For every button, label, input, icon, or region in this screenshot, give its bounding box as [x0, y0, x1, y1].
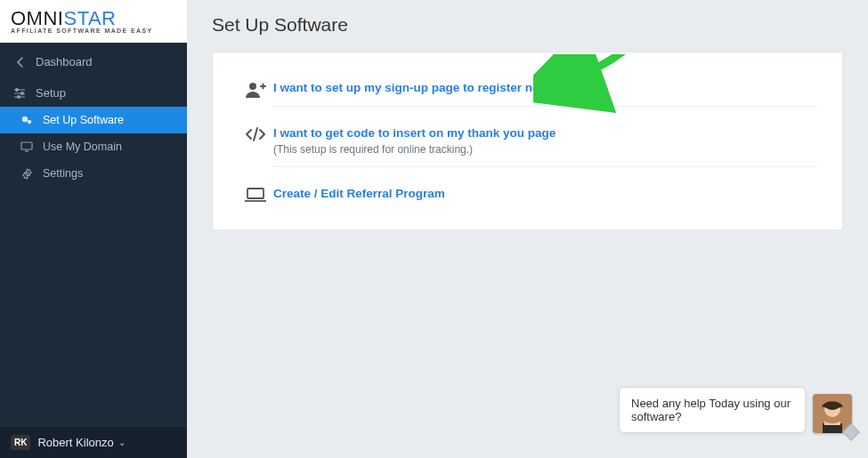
main-content: Set Up Software I want to s [187, 0, 868, 458]
nav-back-label: Dashboard [36, 55, 93, 68]
user-plus-icon [238, 79, 273, 99]
user-menu[interactable]: RK Robert Kilonzo ⌄ [0, 427, 187, 458]
brand-text-a: OMNI [11, 7, 63, 29]
gear-icon [20, 168, 34, 180]
brand-logo[interactable]: OMNISTAR AFFILIATE SOFTWARE MADE EASY [0, 0, 187, 43]
sidebar: OMNISTAR AFFILIATE SOFTWARE MADE EASY Da… [0, 0, 187, 458]
svg-point-1 [21, 92, 24, 94]
svg-point-0 [16, 88, 19, 91]
page-title: Set Up Software [187, 0, 868, 52]
svg-rect-8 [247, 189, 264, 198]
svg-point-7 [249, 83, 256, 90]
sliders-icon [12, 88, 27, 99]
nav-item-label: Use My Domain [43, 141, 122, 153]
chat-help-bubble[interactable]: Need any help Today using our software? [619, 387, 806, 433]
nav-setup[interactable]: Setup [0, 79, 187, 107]
nav-item-label: Set Up Software [43, 114, 124, 126]
monitor-icon [20, 141, 34, 152]
svg-point-2 [18, 95, 20, 98]
sidebar-nav: Dashboard Setup Set Up Software Use My D… [0, 44, 187, 187]
chevron-down-icon: ⌄ [118, 438, 126, 447]
nav-item-setup-software[interactable]: Set Up Software [0, 107, 187, 133]
chat-message: Need any help Today using our software? [631, 397, 791, 423]
svg-rect-5 [21, 142, 32, 149]
user-name: Robert Kilonzo [37, 436, 113, 449]
nav-back-dashboard[interactable]: Dashboard [0, 44, 187, 79]
brand-tagline: AFFILIATE SOFTWARE MADE EASY [11, 28, 153, 34]
laptop-icon [238, 185, 273, 203]
gears-icon [20, 115, 34, 125]
svg-point-3 [22, 117, 28, 122]
chevron-left-icon [12, 57, 27, 68]
nav-item-settings[interactable]: Settings [0, 160, 187, 187]
brand-text-b: STAR [63, 7, 116, 29]
nav-item-use-my-domain[interactable]: Use My Domain [0, 133, 187, 160]
nav-setup-label: Setup [36, 86, 66, 100]
nav-item-label: Settings [43, 167, 83, 180]
option-note: (This setup is required for online track… [273, 143, 817, 156]
option-signup-page[interactable]: I want to set up my sign-up page to regi… [273, 81, 584, 94]
svg-point-4 [28, 120, 31, 124]
code-icon [238, 125, 273, 142]
user-initials-badge: RK [11, 435, 30, 450]
option-referral-program[interactable]: Create / Edit Referral Program [273, 187, 445, 200]
setup-card: I want to set up my sign-up page to regi… [212, 52, 843, 230]
svg-point-6 [25, 172, 28, 174]
option-thank-you-code[interactable]: I want to get code to insert on my thank… [273, 126, 556, 140]
